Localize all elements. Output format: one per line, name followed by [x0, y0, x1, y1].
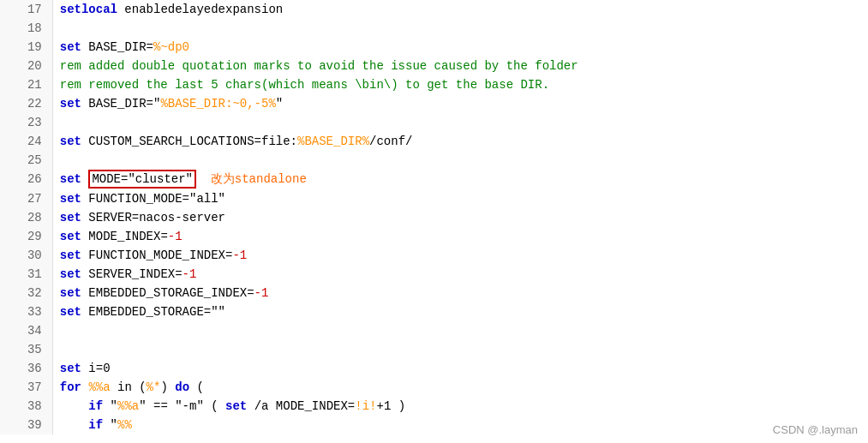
line-content: [52, 340, 868, 359]
line-content: set MODE="cluster" 改为standalone: [52, 170, 868, 189]
table-row: 38 if "%%a" == "-m" ( set /a MODE_INDEX=…: [0, 397, 868, 416]
line-number: 36: [0, 359, 52, 378]
line-content: [52, 321, 868, 340]
table-row: 39 if "%%: [0, 416, 868, 434]
highlighted-mode: MODE="cluster": [88, 170, 196, 189]
table-row: 18: [0, 19, 868, 38]
table-row: 28 set SERVER=nacos-server: [0, 208, 868, 227]
line-number: 33: [0, 302, 52, 321]
table-row: 34: [0, 321, 868, 340]
line-content: set CUSTOM_SEARCH_LOCATIONS=file:%BASE_D…: [52, 132, 868, 151]
table-row: 30 set FUNCTION_MODE_INDEX=-1: [0, 246, 868, 265]
line-number: 21: [0, 75, 52, 94]
line-number: 19: [0, 38, 52, 57]
table-row: 35: [0, 340, 868, 359]
line-number: 39: [0, 416, 52, 434]
annotation-text: 改为standalone: [211, 172, 307, 186]
line-number: 23: [0, 113, 52, 132]
line-number: 37: [0, 378, 52, 397]
line-number: 26: [0, 170, 52, 189]
table-row: 26 set MODE="cluster" 改为standalone: [0, 170, 868, 189]
line-content: set EMBEDDED_STORAGE_INDEX=-1: [52, 284, 868, 302]
line-number: 30: [0, 246, 52, 265]
line-content: set FUNCTION_MODE="all": [52, 189, 868, 208]
line-content: set EMBEDDED_STORAGE="": [52, 302, 868, 321]
table-row: 37 for %%a in (%*) do (: [0, 378, 868, 397]
line-number: 24: [0, 132, 52, 151]
line-content: set FUNCTION_MODE_INDEX=-1: [52, 246, 868, 265]
table-row: 22 set BASE_DIR="%BASE_DIR:~0,-5%": [0, 94, 868, 113]
line-number: 35: [0, 340, 52, 359]
line-number: 20: [0, 57, 52, 75]
table-row: 23: [0, 113, 868, 132]
table-row: 29 set MODE_INDEX=-1: [0, 227, 868, 246]
table-row: 36 set i=0: [0, 359, 868, 378]
table-row: 19 set BASE_DIR=%~dp0: [0, 38, 868, 57]
table-row: 33 set EMBEDDED_STORAGE="": [0, 302, 868, 321]
table-row: 25: [0, 151, 868, 170]
line-content: if "%%a" == "-m" ( set /a MODE_INDEX=!i!…: [52, 397, 868, 416]
table-row: 24 set CUSTOM_SEARCH_LOCATIONS=file:%BAS…: [0, 132, 868, 151]
line-content: set BASE_DIR=%~dp0: [52, 38, 868, 57]
line-content: if "%%: [52, 416, 868, 434]
table-row: 20 rem added double quotation marks to a…: [0, 57, 868, 75]
line-content: set MODE_INDEX=-1: [52, 227, 868, 246]
line-number: 25: [0, 151, 52, 170]
watermark-text: CSDN @.layman: [773, 423, 858, 436]
line-number: 18: [0, 19, 52, 38]
code-table: 17 setlocal enabledelayedexpansion 18 19…: [0, 0, 868, 434]
line-number: 22: [0, 94, 52, 113]
line-number: 28: [0, 208, 52, 227]
table-row: 27 set FUNCTION_MODE="all": [0, 189, 868, 208]
code-editor: 17 setlocal enabledelayedexpansion 18 19…: [0, 0, 868, 443]
line-number: 29: [0, 227, 52, 246]
line-number: 31: [0, 265, 52, 284]
table-row: 31 set SERVER_INDEX=-1: [0, 265, 868, 284]
line-number: 34: [0, 321, 52, 340]
line-content: set BASE_DIR="%BASE_DIR:~0,-5%": [52, 94, 868, 113]
line-content: for %%a in (%*) do (: [52, 378, 868, 397]
line-content: rem removed the last 5 chars(which means…: [52, 75, 868, 94]
line-content: rem added double quotation marks to avoi…: [52, 57, 868, 75]
line-content: [52, 19, 868, 38]
line-number: 38: [0, 397, 52, 416]
line-content: [52, 151, 868, 170]
line-content: set SERVER=nacos-server: [52, 208, 868, 227]
line-content: set SERVER_INDEX=-1: [52, 265, 868, 284]
table-row: 32 set EMBEDDED_STORAGE_INDEX=-1: [0, 284, 868, 302]
table-row: 17 setlocal enabledelayedexpansion: [0, 0, 868, 19]
line-number: 27: [0, 189, 52, 208]
line-content: [52, 113, 868, 132]
table-row: 21 rem removed the last 5 chars(which me…: [0, 75, 868, 94]
line-number: 17: [0, 0, 52, 19]
line-number: 32: [0, 284, 52, 302]
line-content: set i=0: [52, 359, 868, 378]
line-content: setlocal enabledelayedexpansion: [52, 0, 868, 19]
